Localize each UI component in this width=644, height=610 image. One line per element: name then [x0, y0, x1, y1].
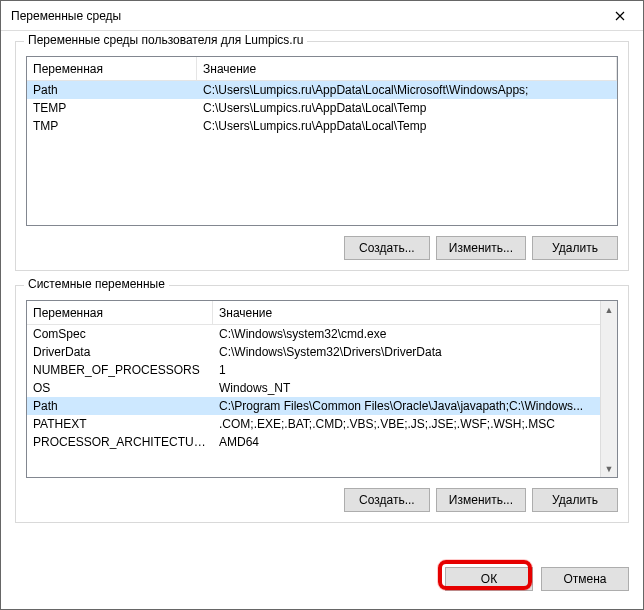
- var-value: C:\Windows\System32\Drivers\DriverData: [213, 345, 617, 359]
- var-value: C:\Windows\system32\cmd.exe: [213, 327, 617, 341]
- user-vars-group: Переменные среды пользователя для Lumpic…: [15, 41, 629, 271]
- table-row[interactable]: PATHEXT.COM;.EXE;.BAT;.CMD;.VBS;.VBE;.JS…: [27, 415, 617, 433]
- table-row[interactable]: TEMPC:\Users\Lumpics.ru\AppData\Local\Te…: [27, 99, 617, 117]
- list-header: Переменная Значение: [27, 301, 617, 325]
- system-create-button[interactable]: Создать...: [344, 488, 430, 512]
- table-row[interactable]: DriverDataC:\Windows\System32\Drivers\Dr…: [27, 343, 617, 361]
- cancel-button[interactable]: Отмена: [541, 567, 629, 591]
- system-vars-legend: Системные переменные: [24, 277, 169, 291]
- var-name: NUMBER_OF_PROCESSORS: [27, 363, 213, 377]
- var-value: Windows_NT: [213, 381, 617, 395]
- col-value[interactable]: Значение: [213, 301, 617, 325]
- var-value: C:\Users\Lumpics.ru\AppData\Local\Temp: [197, 101, 617, 115]
- window-title: Переменные среды: [11, 9, 121, 23]
- var-value: C:\Users\Lumpics.ru\AppData\Local\Micros…: [197, 83, 617, 97]
- var-name: OS: [27, 381, 213, 395]
- table-row[interactable]: PROCESSOR_ARCHITECTUREAMD64: [27, 433, 617, 451]
- scrollbar[interactable]: ▲ ▼: [600, 301, 617, 477]
- var-name: ComSpec: [27, 327, 213, 341]
- var-name: Path: [27, 83, 197, 97]
- system-vars-list[interactable]: Переменная Значение ComSpecC:\Windows\sy…: [26, 300, 618, 478]
- table-row[interactable]: PathC:\Program Files\Common Files\Oracle…: [27, 397, 617, 415]
- env-vars-dialog: Переменные среды Переменные среды пользо…: [0, 0, 644, 610]
- table-row[interactable]: PathC:\Users\Lumpics.ru\AppData\Local\Mi…: [27, 81, 617, 99]
- var-value: C:\Users\Lumpics.ru\AppData\Local\Temp: [197, 119, 617, 133]
- var-name: Path: [27, 399, 213, 413]
- var-name: DriverData: [27, 345, 213, 359]
- user-vars-buttons: Создать... Изменить... Удалить: [26, 236, 618, 260]
- system-edit-button[interactable]: Изменить...: [436, 488, 526, 512]
- table-row[interactable]: TMPC:\Users\Lumpics.ru\AppData\Local\Tem…: [27, 117, 617, 135]
- var-name: TMP: [27, 119, 197, 133]
- ok-button[interactable]: ОК: [445, 567, 533, 591]
- scroll-down-icon[interactable]: ▼: [601, 460, 617, 477]
- var-name: PROCESSOR_ARCHITECTURE: [27, 435, 213, 449]
- table-row[interactable]: OSWindows_NT: [27, 379, 617, 397]
- system-vars-group: Системные переменные Переменная Значение…: [15, 285, 629, 523]
- table-row[interactable]: ComSpecC:\Windows\system32\cmd.exe: [27, 325, 617, 343]
- user-create-button[interactable]: Создать...: [344, 236, 430, 260]
- dialog-footer: ОК Отмена: [1, 567, 643, 609]
- col-variable[interactable]: Переменная: [27, 301, 213, 325]
- var-value: 1: [213, 363, 617, 377]
- var-name: PATHEXT: [27, 417, 213, 431]
- var-name: TEMP: [27, 101, 197, 115]
- var-value: .COM;.EXE;.BAT;.CMD;.VBS;.VBE;.JS;.JSE;.…: [213, 417, 617, 431]
- var-value: C:\Program Files\Common Files\Oracle\Jav…: [213, 399, 617, 413]
- system-delete-button[interactable]: Удалить: [532, 488, 618, 512]
- var-value: AMD64: [213, 435, 617, 449]
- dialog-content: Переменные среды пользователя для Lumpic…: [1, 31, 643, 567]
- close-icon[interactable]: [597, 1, 643, 31]
- user-vars-list[interactable]: Переменная Значение PathC:\Users\Lumpics…: [26, 56, 618, 226]
- user-delete-button[interactable]: Удалить: [532, 236, 618, 260]
- scroll-up-icon[interactable]: ▲: [601, 301, 617, 318]
- user-vars-legend: Переменные среды пользователя для Lumpic…: [24, 33, 307, 47]
- user-edit-button[interactable]: Изменить...: [436, 236, 526, 260]
- titlebar: Переменные среды: [1, 1, 643, 31]
- list-header: Переменная Значение: [27, 57, 617, 81]
- col-value[interactable]: Значение: [197, 57, 617, 81]
- col-variable[interactable]: Переменная: [27, 57, 197, 81]
- table-row[interactable]: NUMBER_OF_PROCESSORS1: [27, 361, 617, 379]
- system-vars-buttons: Создать... Изменить... Удалить: [26, 488, 618, 512]
